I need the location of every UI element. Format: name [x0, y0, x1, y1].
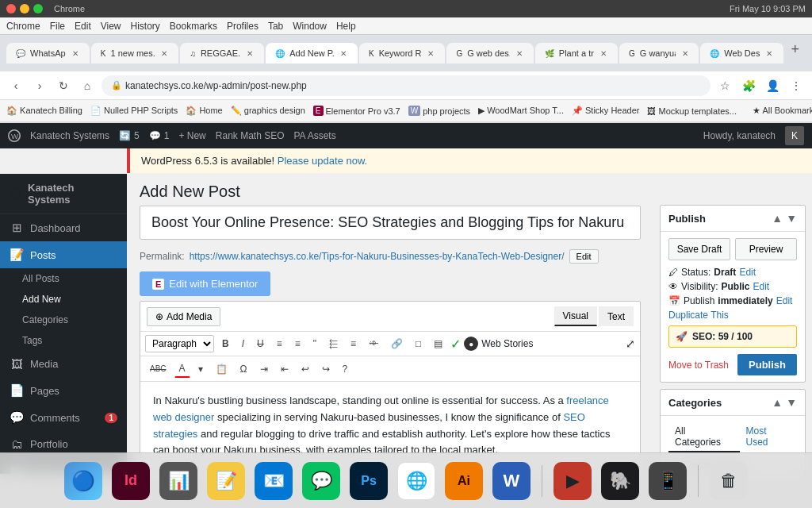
add-media-btn[interactable]: ⊕ Add Media [147, 307, 220, 326]
cat-tab-all[interactable]: All Categories [668, 422, 740, 452]
sidebar-sub-categories[interactable]: Categories [0, 310, 127, 330]
freelance-link[interactable]: freelance web designer [153, 394, 609, 423]
menu-edit[interactable]: Edit [75, 21, 91, 32]
dock-notes[interactable]: 📝 [205, 460, 247, 475]
back-btn[interactable]: ‹ [6, 76, 25, 95]
align-left-btn[interactable]: ⬱ [324, 335, 343, 352]
align-right-btn[interactable]: ⬲ [364, 335, 383, 352]
save-draft-btn[interactable]: Save Draft [668, 238, 730, 260]
bookmark-php[interactable]: W php projects [408, 106, 470, 116]
elementor-edit-btn[interactable]: E Edit with Elementor [140, 271, 270, 296]
wp-logo[interactable]: W [8, 129, 21, 142]
menu-view[interactable]: View [101, 21, 121, 32]
strikethrough-btn[interactable]: U [252, 335, 269, 352]
dock-trash[interactable]: 🗑 [708, 460, 749, 475]
dock-sequel[interactable]: 🐘 [599, 460, 641, 475]
post-title-input[interactable] [140, 206, 641, 240]
bookmark-star[interactable]: ☆ [715, 76, 734, 95]
minimize-btn[interactable] [20, 4, 29, 13]
tab-add-new[interactable]: 🌐Add New P...✕ [266, 43, 358, 64]
dock-chrome[interactable]: 🌐 [396, 460, 437, 475]
update-link[interactable]: Please update now. [278, 155, 367, 167]
seo-link[interactable]: SEO strategies [153, 411, 585, 440]
maximize-btn[interactable] [33, 4, 43, 13]
paste-text-btn[interactable]: 📋 [211, 360, 232, 378]
tab-reggae[interactable]: ♫REGGAE...✕ [180, 43, 264, 64]
tab-webdesign2[interactable]: 🌐Web Desig...✕ [700, 43, 783, 64]
blockquote-btn[interactable]: " [308, 335, 321, 352]
link-btn[interactable]: 🔗 [386, 335, 408, 352]
dock-wechat[interactable]: 💬 [301, 460, 342, 475]
bookmark-sticky[interactable]: 📌 Sticky Header [572, 106, 640, 116]
pa-assets-admin[interactable]: PA Assets [294, 130, 336, 141]
tab-plant[interactable]: 🌿Plant a tr...✕ [535, 43, 618, 64]
dock-illustrator[interactable]: Ai [443, 460, 485, 475]
bookmark-all[interactable]: ★ All Bookmarks [753, 106, 812, 116]
format-btn-1[interactable]: ABC [145, 361, 171, 376]
preview-btn[interactable]: Preview [735, 238, 797, 260]
home-btn[interactable]: ⌂ [78, 76, 97, 95]
visibility-edit-link[interactable]: Edit [753, 281, 769, 292]
sidebar-item-dashboard[interactable]: ⊞ Dashboard [0, 214, 127, 241]
menu-window[interactable]: Window [293, 21, 327, 32]
tab-web-design[interactable]: GG web des...✕ [446, 43, 533, 64]
text-tab[interactable]: Text [599, 306, 634, 326]
categories-collapse-btn[interactable]: ▲ [772, 396, 783, 409]
reload-btn[interactable]: ↻ [54, 76, 73, 95]
bookmark-nulled[interactable]: 📄 Nulled PHP Scripts [90, 106, 178, 116]
sidebar-item-media[interactable]: 🖼 Media [0, 351, 127, 377]
unordered-list-btn[interactable]: ≡ [272, 335, 287, 352]
align-center-btn[interactable]: ≡ [346, 335, 361, 352]
new-post-btn[interactable]: + New [178, 130, 205, 141]
bold-btn[interactable]: B [217, 335, 234, 352]
publish-box-header[interactable]: Publish ▲ ▼ [661, 206, 805, 232]
publish-close-btn[interactable]: ▼ [786, 212, 797, 225]
dock-activity[interactable]: 📊 [158, 460, 199, 475]
profile-btn[interactable]: 👤 [763, 76, 782, 95]
menu-profiles[interactable]: Profiles [227, 21, 259, 32]
permalink-url[interactable]: https://www.kanatechsys.co.ke/Tips-for-N… [190, 251, 565, 262]
bookmark-woodmart[interactable]: ▶ WoodMart Shop T... [478, 106, 564, 116]
indent-btn[interactable]: ⇥ [255, 360, 273, 378]
trash-link[interactable]: Move to Trash [668, 360, 729, 371]
permalink-edit-btn[interactable]: Edit [569, 249, 599, 264]
dock-photoshop[interactable]: Ps [348, 460, 389, 475]
expand-editor-btn[interactable]: ⤢ [626, 337, 635, 350]
menu-bookmarks[interactable]: Bookmarks [170, 21, 217, 32]
close-btn[interactable] [6, 4, 16, 13]
menu-file[interactable]: File [50, 21, 65, 32]
updates-count[interactable]: 🔄 5 [119, 130, 140, 141]
categories-close-btn[interactable]: ▼ [786, 396, 797, 409]
readmore-btn[interactable]: □ [411, 335, 426, 352]
publish-time-edit-link[interactable]: Edit [776, 295, 793, 306]
comments-count[interactable]: 💬 1 [149, 130, 170, 141]
tab-new-msg[interactable]: K1 new mes...✕ [91, 43, 179, 64]
categories-box-header[interactable]: Categories ▲ ▼ [661, 390, 805, 416]
menu-history[interactable]: History [131, 21, 160, 32]
sidebar-sub-add-new[interactable]: Add New [0, 289, 127, 310]
bookmark-home[interactable]: 🏠 Home [186, 106, 222, 116]
tab-wanyua[interactable]: GG wanyua...✕ [619, 43, 699, 64]
bookmark-kanatech[interactable]: 🏠 Kanatech Billing [6, 106, 82, 116]
forward-btn[interactable]: › [30, 76, 49, 95]
bookmark-mockup[interactable]: 🖼 Mockup templates... [647, 106, 737, 116]
tab-keyword[interactable]: KKeyword R...✕ [359, 43, 445, 64]
sidebar-sub-all-posts[interactable]: All Posts [0, 268, 127, 289]
dock-word[interactable]: W [491, 460, 532, 475]
paragraph-select[interactable]: Paragraph Heading 1 Heading 2 Heading 3 [145, 335, 214, 352]
site-name[interactable]: Kanatech Systems [30, 130, 109, 141]
tab-whatsapp[interactable]: 💬WhatsApp✕ [6, 43, 90, 64]
dock-outlook[interactable]: 📧 [253, 460, 294, 475]
outdent-btn[interactable]: ⇤ [276, 360, 293, 378]
sidebar-item-pages[interactable]: 📄 Pages [0, 377, 127, 404]
rank-math-admin[interactable]: Rank Math SEO [216, 130, 285, 141]
bookmark-graphics[interactable]: ✏️ graphics design [231, 106, 305, 116]
sidebar-item-comments[interactable]: 💬 Comments 1 [0, 404, 127, 431]
dock-app[interactable]: 📱 [647, 460, 688, 475]
cat-tab-most-used[interactable]: Most Used [740, 422, 797, 452]
italic-btn[interactable]: I [237, 335, 249, 352]
admin-avatar[interactable]: K [785, 126, 804, 145]
toolbar-btn-1[interactable]: ▤ [429, 335, 447, 352]
visual-tab[interactable]: Visual [554, 306, 597, 326]
redo-btn[interactable]: ↪ [317, 360, 335, 378]
